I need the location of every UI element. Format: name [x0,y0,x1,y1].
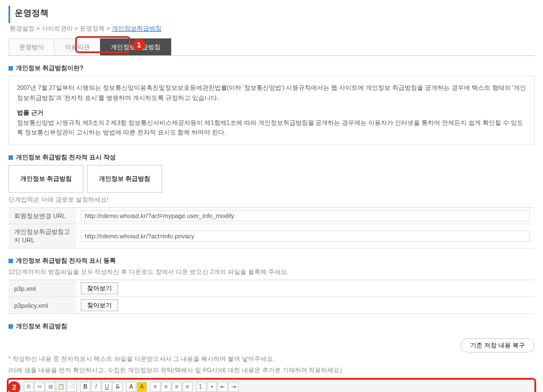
upload-hint: 12단계까지의 방침파일을 모두 작성하신 후 다운로드 창에서 다운 받으신 … [8,268,535,276]
crumb-0[interactable]: 환경설정 [10,25,34,32]
policy-box-1[interactable]: 개인정보 취급방침 [8,165,84,193]
section-heading-2: 개인정보 취급방침 전자적 표시 작성 [8,153,535,165]
table-row: p3p.xml 찾아보기 [8,280,535,297]
url-label-1: 개인정보취급방침고지 URL [8,224,76,249]
table-row: 회원정보변경 URL [8,208,535,224]
crumb-1[interactable]: 사이트관리 [42,25,73,32]
source-icon[interactable]: ⎘ [24,382,34,392]
browse-button-1[interactable]: 찾아보기 [81,299,118,311]
crumb-current[interactable]: 개인정보취급방침 [112,25,162,32]
url-input-1[interactable] [81,230,530,242]
url-input-0[interactable] [81,210,530,221]
align-left-icon[interactable]: ≡ [150,382,160,392]
info-sub-h: 법률 근거 [17,108,526,118]
copy-icon[interactable]: ⧉ [45,382,55,392]
list-ol-icon[interactable]: 1. [196,382,206,392]
breadcrumb: 환경설정 > 사이트관리 > 운영정책 > 개인정보취급방침 [8,23,535,38]
upload-table: p3p.xml 찾아보기 p3policy.xml 찾아보기 [8,280,535,314]
restore-button[interactable]: 기존 저장 내용 복구 [461,338,535,352]
editor-toolbar-row1: ⎘ ✂ ⧉ 📋 📄 B I U S A A ≡ ≡ ≡ ≡ 1. • ⇤ ⇥ [9,380,534,392]
url-table: 회원정보변경 URL 개인정보취급방침고지 URL [8,207,535,249]
section-heading-3: 개인정보 취급방침 전자적 표시 등록 [8,256,535,268]
paste-icon[interactable]: 📋 [56,382,66,392]
fontcolor-icon[interactable]: A [126,382,136,392]
section-heading-4: 개인정보 취급방침 [8,322,535,334]
paste-plain-icon[interactable]: 📄 [67,382,77,392]
list-ul-icon[interactable]: • [207,382,217,392]
underline-icon[interactable]: U [102,382,112,392]
bold-icon[interactable]: B [80,382,90,392]
align-justify-icon[interactable]: ≡ [183,382,193,392]
info-p2: 정보통신망법 시행규칙 제3조의 2 제3항 정보통신서비스제공자등이 제1항제… [17,118,526,138]
rich-text-editor: 2 ⎘ ✂ ⧉ 📋 📄 B I U S A A ≡ ≡ ≡ ≡ 1. • ⇤ ⇥… [8,380,535,392]
strike-icon[interactable]: S [112,382,123,392]
outdent-icon[interactable]: ⇤ [218,382,228,392]
file-label-0: p3p.xml [8,280,76,297]
info-p1: 2007년 7월 27일부터 시행되는 정보통신망이용촉진및정보보호등에관한법률… [17,83,526,103]
cut-icon[interactable]: ✂ [34,382,45,392]
marker-1: 1 [133,38,145,51]
browse-button-0[interactable]: 찾아보기 [81,282,118,294]
url-label-0: 회원정보변경 URL [8,208,76,224]
info-box: 2007년 7월 27일부터 시행되는 정보통신망이용촉진및정보보호등에관한법률… [8,76,535,145]
policy-box-2[interactable]: 개인정보 취급방침 [87,165,162,193]
section-heading-1: 개인정보 취급방침이란? [8,64,535,76]
footnote-1: * 작성하신 내용 중 전자적표시 텍스트 파일을 다운받으셔서 그 내용을 복… [8,355,535,364]
align-right-icon[interactable]: ≡ [172,382,182,392]
italic-icon[interactable]: I [91,382,101,392]
indent-icon[interactable]: ⇥ [228,382,238,392]
footnote-2: (아래 샘플 내용을 먼저 확인하시고, 수집한 개인정보의 위탁(택배사 및 … [8,366,535,375]
align-center-icon[interactable]: ≡ [161,382,171,392]
page-title: 운영정책 [8,6,535,23]
crumb-2[interactable]: 운영정책 [80,25,105,32]
table-row: p3policy.xml 찾아보기 [8,297,535,314]
path-hint: 단계입력은 아래 경로로 설정하세요! [8,196,535,204]
marker-2: 2 [8,381,20,392]
tab-operation[interactable]: 운영방식 [8,38,55,55]
bgcolor-icon[interactable]: A [137,382,147,392]
file-label-1: p3policy.xml [8,297,76,314]
tabs: 운영방식 이용약관 개인정보취급방침 1 [8,38,535,56]
table-row: 개인정보취급방침고지 URL [8,224,535,249]
tab-terms[interactable]: 이용약관 [54,38,101,55]
